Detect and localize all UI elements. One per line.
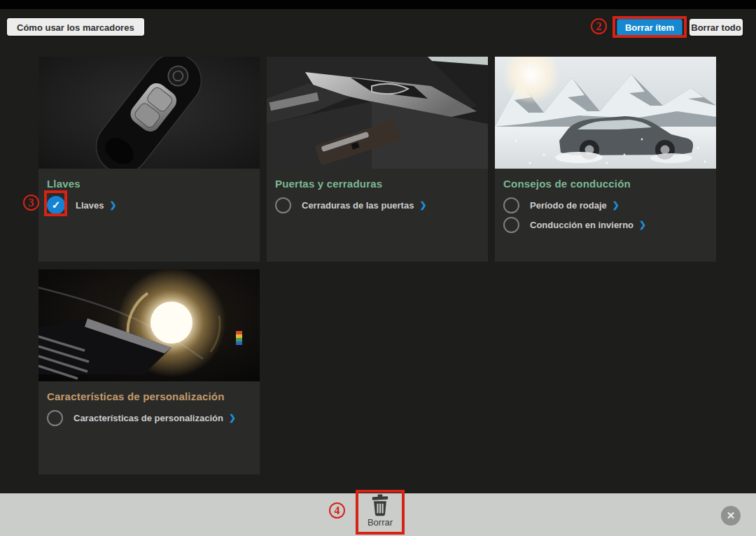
bookmark-card-keys: Llaves ✓ Llaves ❯ [38,57,260,262]
annotation-step-3-number: 3 [23,195,39,211]
delete-all-button[interactable]: Borrar todo [690,19,743,36]
close-icon: ✕ [727,509,736,522]
chevron-right-icon: ❯ [419,200,426,210]
bookmark-item-keys[interactable]: ✓ Llaves ❯ [47,196,251,214]
chevron-right-icon: ❯ [109,200,116,210]
annotation-step-2-number: 2 [591,18,607,34]
bookmark-item-label[interactable]: Características de personalización [74,413,223,423]
bookmark-item-door-locks[interactable]: Cerraduras de las puertas ❯ [275,196,479,214]
close-button[interactable]: ✕ [721,506,741,526]
card-title-doors: Puertas y cerraduras [275,178,479,190]
checkbox-unchecked-icon[interactable] [503,197,519,213]
trash-icon [370,494,390,516]
delete-action-label: Borrar [359,517,401,528]
checkbox-checked-icon[interactable]: ✓ [47,196,65,214]
bookmark-card-doors: Puertas y cerraduras Cerraduras de las p… [267,57,488,262]
bookmark-card-personalization: Características de personalización Carac… [38,269,260,474]
chevron-right-icon: ❯ [612,200,620,210]
suv-in-snow-photo [495,57,716,169]
door-panel-photo [267,57,488,169]
checkbox-unchecked-icon[interactable] [503,217,519,233]
bookmark-item-winter-driving[interactable]: Conducción en invierno ❯ [503,216,708,234]
chevron-right-icon: ❯ [639,220,646,230]
chevron-right-icon: ❯ [229,413,236,423]
checkbox-unchecked-icon[interactable] [275,197,291,213]
card-title-driving-tips: Consejos de conducción [503,178,708,190]
top-black-strip [0,0,756,9]
bookmark-item-break-in[interactable]: Período de rodaje ❯ [503,196,708,214]
bookmark-item-personalization[interactable]: Características de personalización ❯ [47,409,251,427]
how-to-use-bookmarks-button[interactable]: Cómo usar los marcadores [7,18,144,36]
bookmark-item-label[interactable]: Período de rodaje [530,200,607,211]
delete-item-button[interactable]: Borrar ítem [617,19,682,36]
card-title-personalization: Características de personalización [47,391,251,402]
delete-action-button[interactable]: Borrar [359,494,401,528]
bookmark-card-driving-tips: Consejos de conducción Período de rodaje… [495,57,716,262]
bookmark-item-label[interactable]: Cerraduras de las puertas [302,200,414,211]
headlight-photo [38,269,260,381]
card-title-keys: Llaves [47,178,251,190]
checkbox-unchecked-icon[interactable] [47,410,63,426]
bookmark-item-label[interactable]: Conducción en invierno [530,220,634,230]
bookmark-item-label[interactable]: Llaves [76,200,104,211]
key-fob-photo [38,57,260,169]
